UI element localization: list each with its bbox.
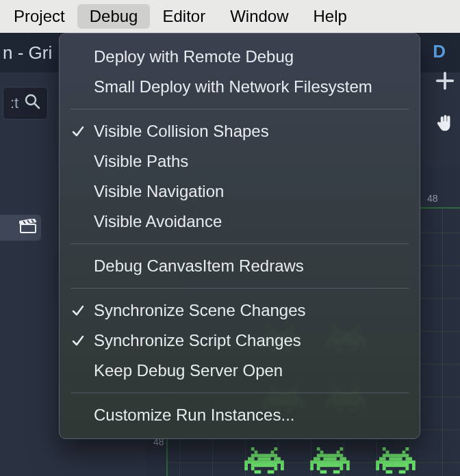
svg-rect-4 [21, 224, 36, 233]
search-icon [24, 93, 40, 114]
project-title-fragment: n - Gri [3, 42, 52, 64]
menu-item-visible-paths[interactable]: Visible Paths [60, 146, 420, 176]
menu-separator [71, 288, 409, 289]
menu-item-customize-run-instances[interactable]: Customize Run Instances... [60, 400, 420, 430]
editor-area: n - Gri D :t [0, 33, 460, 476]
menubar-item-project[interactable]: Project [1, 4, 77, 29]
check-icon [72, 125, 84, 137]
add-button[interactable] [430, 66, 460, 96]
menu-item-label: Customize Run Instances... [94, 406, 294, 425]
menu-item-label: Visible Collision Shapes [94, 122, 269, 141]
svg-point-0 [26, 95, 36, 105]
ruler-tick-top: 48 [427, 193, 438, 204]
menu-item-small-deploy-network-fs[interactable]: Small Deploy with Network Filesystem [60, 72, 420, 102]
menu-separator [71, 243, 409, 244]
filter-input[interactable]: :t [3, 87, 48, 120]
check-icon [72, 304, 84, 317]
menu-item-label: Synchronize Scene Changes [94, 301, 306, 320]
menu-item-label: Visible Avoidance [94, 212, 222, 231]
sprite-invader[interactable] [374, 447, 418, 476]
menu-item-visible-avoidance[interactable]: Visible Avoidance [60, 207, 420, 237]
pan-hand-icon[interactable] [430, 108, 460, 138]
debug-menu-panel: Deploy with Remote Debug Small Deploy wi… [59, 33, 420, 439]
menu-item-sync-scene-changes[interactable]: Synchronize Scene Changes [60, 295, 420, 326]
menubar-item-window[interactable]: Window [218, 4, 301, 29]
clapperboard-icon [19, 219, 37, 237]
menu-item-label: Deploy with Remote Debug [94, 47, 294, 66]
svg-line-1 [35, 104, 39, 108]
sprite-invader[interactable] [242, 447, 286, 476]
check-icon [72, 334, 84, 347]
menu-item-visible-navigation[interactable]: Visible Navigation [60, 176, 420, 207]
perspective-label[interactable]: D [419, 33, 460, 70]
menu-item-label: Visible Paths [94, 152, 188, 171]
menu-item-label: Small Deploy with Network Filesystem [94, 77, 372, 96]
menu-item-deploy-remote-debug[interactable]: Deploy with Remote Debug [60, 42, 420, 72]
menu-separator [71, 109, 409, 109]
filter-text-fragment: :t [10, 94, 18, 112]
menubar-item-editor[interactable]: Editor [150, 4, 218, 29]
menubar-item-help[interactable]: Help [301, 4, 359, 29]
menu-item-debug-canvasitem-redraws[interactable]: Debug CanvasItem Redraws [60, 251, 420, 281]
menu-item-label: Synchronize Script Changes [94, 331, 301, 350]
menu-item-keep-debug-server-open[interactable]: Keep Debug Server Open [60, 356, 420, 386]
menubar-item-debug[interactable]: Debug [77, 4, 151, 29]
scene-tab-chip[interactable] [0, 215, 41, 241]
menu-item-label: Keep Debug Server Open [94, 361, 283, 380]
menu-separator [71, 393, 409, 393]
menu-item-label: Visible Navigation [94, 182, 224, 201]
menubar: Project Debug Editor Window Help [0, 0, 460, 33]
menu-item-visible-collision-shapes[interactable]: Visible Collision Shapes [60, 116, 420, 146]
menu-item-label: Debug CanvasItem Redraws [94, 256, 304, 276]
sprite-invader[interactable] [308, 447, 352, 476]
menu-item-sync-script-changes[interactable]: Synchronize Script Changes [60, 326, 420, 356]
